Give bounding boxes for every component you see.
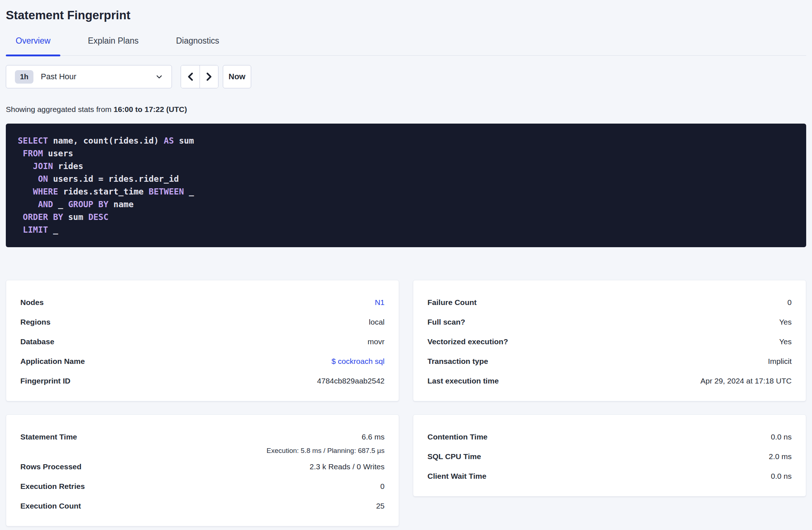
sql-code: SELECT name, count(rides.id) AS sum FROM…: [18, 134, 795, 236]
tab-bar: Overview Explain Plans Diagnostics: [6, 36, 806, 56]
table-row: Last execution time Apr 29, 2024 at 17:1…: [427, 371, 792, 391]
table-row: Database movr: [20, 332, 385, 352]
row-value: 25: [376, 502, 385, 510]
chevron-down-icon: [155, 72, 164, 81]
tab-explain-plans[interactable]: Explain Plans: [78, 36, 148, 55]
chevron-right-icon: [204, 71, 214, 82]
row-value: local: [369, 318, 385, 326]
table-row: Full scan? Yes: [427, 312, 792, 332]
row-label: Statement Time: [20, 433, 77, 441]
tab-label: Diagnostics: [176, 36, 219, 45]
row-label: SQL CPU Time: [427, 452, 481, 461]
row-value: Implicit: [768, 357, 792, 366]
aggregation-note-prefix: Showing aggregated stats from: [6, 105, 114, 113]
statement-time-subtext: Execution: 5.8 ms / Planning: 687.5 µs: [20, 447, 385, 457]
tab-overview[interactable]: Overview: [6, 36, 60, 55]
table-row: Fingerprint ID 4784cb829aab2542: [20, 371, 385, 391]
table-row: Execution Count 25: [20, 496, 385, 516]
aggregation-note: Showing aggregated stats from 16:00 to 1…: [6, 105, 806, 114]
row-label: Full scan?: [427, 318, 465, 326]
table-row: Regions local: [20, 312, 385, 332]
row-value: 2.3 k Reads / 0 Writes: [310, 462, 385, 471]
row-label: Execution Retries: [20, 482, 85, 491]
row-label: Database: [20, 337, 54, 346]
tab-diagnostics[interactable]: Diagnostics: [166, 36, 229, 55]
nodes-link[interactable]: N1: [375, 298, 385, 306]
table-row: Rows Processed 2.3 k Reads / 0 Writes: [20, 457, 385, 477]
statement-fingerprint-page: Statement Fingerprint Overview Explain P…: [0, 8, 812, 526]
row-label: Vectorized execution?: [427, 337, 508, 346]
table-row: Contention Time 0.0 ns: [427, 427, 792, 447]
row-label: Contention Time: [427, 433, 487, 441]
time-controls: 1h Past Hour: [6, 65, 806, 88]
now-button[interactable]: Now: [223, 65, 251, 88]
row-value: 0: [380, 482, 385, 491]
row-value: Yes: [779, 337, 792, 346]
time-range-label: Past Hour: [41, 72, 76, 81]
row-value: Yes: [779, 318, 792, 326]
row-label: Nodes: [20, 298, 44, 307]
row-value: movr: [367, 337, 385, 346]
table-row: Client Wait Time 0.0 ns: [427, 466, 792, 486]
table-row: Execution Retries 0: [20, 477, 385, 496]
sql-statement-box: SELECT name, count(rides.id) AS sum FROM…: [6, 124, 806, 247]
row-label: Transaction type: [427, 357, 488, 366]
chevron-left-icon: [186, 71, 195, 82]
page-title: Statement Fingerprint: [6, 8, 806, 23]
card-statement-details: Nodes N1 Regions local Database movr App…: [6, 280, 399, 401]
time-nav-group: [181, 65, 218, 88]
card-timing-stats: Contention Time 0.0 ns SQL CPU Time 2.0 …: [413, 414, 806, 497]
tab-label: Explain Plans: [88, 36, 138, 45]
row-label: Execution Count: [20, 502, 81, 510]
time-range-badge: 1h: [15, 70, 33, 84]
row-value: 4784cb829aab2542: [317, 377, 385, 385]
table-row: SQL CPU Time 2.0 ms: [427, 447, 792, 466]
prev-time-button[interactable]: [181, 65, 200, 88]
row-value: 6.6 ms: [362, 433, 385, 441]
row-value: 2.0 ms: [769, 452, 792, 461]
card-execution-stats: Statement Time 6.6 ms Execution: 5.8 ms …: [6, 414, 399, 526]
table-row: Vectorized execution? Yes: [427, 332, 792, 352]
summary-cards: Nodes N1 Regions local Database movr App…: [6, 280, 806, 526]
table-row: Failure Count 0: [427, 293, 792, 312]
row-label: Client Wait Time: [427, 472, 486, 481]
time-range-picker[interactable]: 1h Past Hour: [6, 65, 172, 88]
row-value: 0.0 ns: [771, 433, 792, 441]
row-value: Apr 29, 2024 at 17:18 UTC: [700, 377, 792, 385]
row-value: 0: [787, 298, 792, 307]
row-label: Rows Processed: [20, 462, 81, 471]
table-row: Application Name $ cockroach sql: [20, 352, 385, 371]
row-label: Last execution time: [427, 377, 499, 385]
tab-label: Overview: [16, 36, 51, 45]
card-execution-attributes: Failure Count 0 Full scan? Yes Vectorize…: [413, 280, 806, 401]
row-label: Fingerprint ID: [20, 377, 71, 385]
table-row: Transaction type Implicit: [427, 352, 792, 371]
table-row: Statement Time 6.6 ms: [20, 427, 385, 447]
next-time-button[interactable]: [200, 65, 218, 88]
application-name-link[interactable]: $ cockroach sql: [331, 357, 385, 365]
aggregation-note-range: 16:00 to 17:22 (UTC): [114, 105, 187, 113]
row-label: Application Name: [20, 357, 85, 366]
row-label: Regions: [20, 318, 51, 326]
row-value: 0.0 ns: [771, 472, 792, 481]
row-label: Failure Count: [427, 298, 477, 307]
table-row: Nodes N1: [20, 293, 385, 312]
